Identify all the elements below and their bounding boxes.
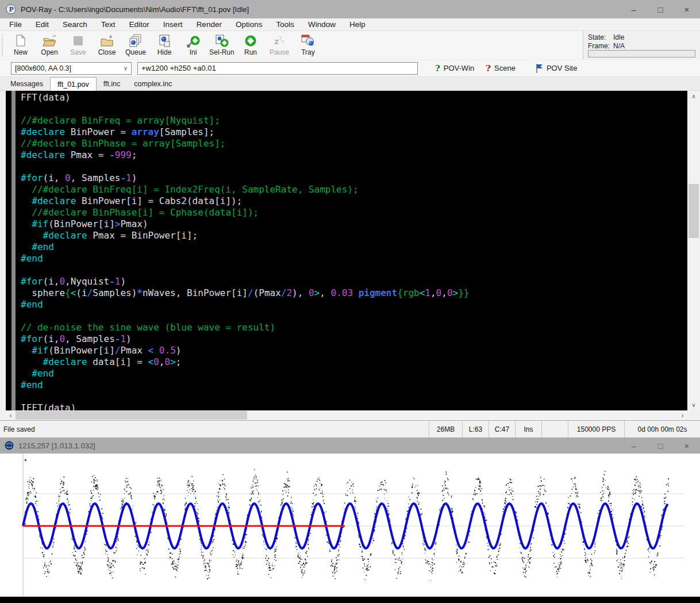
toolbar-grip bbox=[2, 34, 6, 56]
help-toolbar: ? POV-Win ? Scene POV Site bbox=[429, 63, 583, 74]
code-line bbox=[21, 103, 469, 115]
code-line: #declare data[i] = <0,0>; bbox=[21, 356, 469, 368]
code-line: //#declare BinPhase = array[Samples]; bbox=[21, 138, 469, 149]
toolbar-button-label: Save bbox=[70, 48, 86, 56]
menu-file[interactable]: File bbox=[2, 20, 29, 29]
toolbar-button-label: Sel-Run bbox=[209, 48, 234, 56]
code-line: //#declare BinFreq[i] = Index2Freq(i, Sa… bbox=[21, 184, 469, 195]
code-line: #end bbox=[21, 368, 469, 379]
menu-search[interactable]: Search bbox=[56, 20, 94, 29]
resolution-dropdown[interactable]: [800x600, AA 0.3] ∨ bbox=[11, 62, 132, 75]
code-line bbox=[21, 310, 469, 322]
code-line: #declare BinPower = array[Samples]; bbox=[21, 126, 469, 138]
statusbar-cell: 0d 00h 00m 02s bbox=[624, 421, 700, 437]
render-options-input[interactable] bbox=[137, 62, 418, 75]
code-line: #declare BinPower[i] = Cabs2(data[i]); bbox=[21, 195, 469, 207]
menu-edit[interactable]: Edit bbox=[29, 20, 56, 29]
close-button[interactable]: × bbox=[674, 0, 700, 18]
editor-vscrollbar[interactable]: ∧ ∨ bbox=[687, 91, 700, 410]
render-preview-image bbox=[0, 454, 700, 597]
menu-options[interactable]: Options bbox=[229, 20, 270, 29]
code-line: #for(i,0,Nyquist-1) bbox=[21, 276, 469, 287]
code-line: #end bbox=[21, 241, 469, 253]
menu-render[interactable]: Render bbox=[190, 20, 229, 29]
toolbar-ini-button[interactable]: Ini bbox=[179, 31, 207, 59]
scroll-up-arrow[interactable]: ∧ bbox=[687, 91, 700, 102]
vscroll-thumb[interactable] bbox=[689, 184, 699, 238]
toolbar-sel-run-button[interactable]: Sel-Run bbox=[207, 31, 236, 59]
toolbar-button-label: Hide bbox=[157, 48, 172, 56]
statusbar-cell: L:63 bbox=[462, 421, 489, 437]
maximize-button[interactable]: □ bbox=[647, 0, 674, 18]
tab-complex-inc[interactable]: complex.inc bbox=[127, 78, 179, 90]
code-line: FFT(data) bbox=[21, 92, 469, 103]
editor-hscrollbar[interactable]: ‹ › bbox=[6, 410, 687, 420]
povsite-button[interactable]: POV Site bbox=[529, 63, 583, 74]
question-icon: ? bbox=[486, 63, 491, 74]
code-line: #if(BinPower[i]/Pmax < 0.5) bbox=[21, 345, 469, 356]
sel-run-icon bbox=[214, 33, 229, 48]
open-folder-icon bbox=[42, 33, 57, 48]
maximize-button[interactable]: □ bbox=[647, 437, 674, 454]
toolbar-close-button[interactable]: Close bbox=[93, 31, 121, 59]
toolbar-hide-button[interactable]: Hide bbox=[150, 31, 179, 59]
statusbar-cell: 150000 PPS bbox=[568, 421, 624, 437]
render-state-panel: State: Idle Frame: N/A bbox=[583, 31, 700, 59]
minimize-button[interactable]: – bbox=[621, 0, 647, 18]
statusbar-cell: Ins bbox=[515, 421, 541, 437]
render-window: 1215,257 [1.013,1.032] – □ × bbox=[0, 437, 700, 603]
code-line: #for(i, 0, Samples-1) bbox=[21, 172, 469, 184]
statusbar-cell bbox=[541, 421, 568, 437]
code-line: #if(BinPower[i]>Pmax) bbox=[21, 218, 469, 230]
toolbar-new-button[interactable]: New bbox=[6, 31, 35, 59]
editor-tabbar: Messagesfft_01.povfft.inccomplex.inc bbox=[0, 77, 700, 91]
toolbar-button-label: Queue bbox=[125, 48, 146, 56]
toolbar-open-button[interactable]: Open bbox=[35, 31, 64, 59]
povray-app: P POV-Ray - C:\Users\ingo\Documents\Nim\… bbox=[0, 0, 700, 603]
scrollbar-corner bbox=[687, 410, 700, 420]
toolbar-button-label: Tray bbox=[301, 48, 315, 56]
menu-insert[interactable]: Insert bbox=[156, 20, 190, 29]
app-icon: P bbox=[6, 4, 16, 14]
toolbar-save-button: Save bbox=[64, 31, 93, 59]
minimize-button[interactable]: – bbox=[621, 437, 647, 454]
hide-icon bbox=[157, 33, 172, 48]
menu-text[interactable]: Text bbox=[94, 20, 122, 29]
tab-fft-inc[interactable]: fft.inc bbox=[97, 78, 128, 90]
toolbar-pause-button: z2zPause bbox=[265, 31, 294, 59]
povwin-help-button[interactable]: ? POV-Win bbox=[429, 63, 480, 74]
code-line: IFFT(data) bbox=[21, 402, 469, 410]
close-button[interactable]: × bbox=[674, 437, 700, 454]
code-line: #end bbox=[21, 379, 469, 391]
toolbar-queue-button[interactable]: Queue bbox=[121, 31, 150, 59]
toolbar-run-button[interactable]: Run bbox=[236, 31, 265, 59]
new-document-icon bbox=[13, 33, 28, 48]
render-window-title: 1215,257 [1.013,1.032] bbox=[18, 441, 621, 450]
menu-window[interactable]: Window bbox=[301, 20, 343, 29]
tray-icon bbox=[301, 33, 316, 48]
menu-help[interactable]: Help bbox=[343, 20, 372, 29]
scene-help-button[interactable]: ? Scene bbox=[480, 63, 521, 74]
code-editor[interactable]: FFT(data) //#declare BinFreq = array[Nyq… bbox=[6, 91, 687, 410]
statusbar-cell: 26MB bbox=[429, 421, 462, 437]
scroll-left-arrow[interactable]: ‹ bbox=[6, 410, 16, 420]
hscroll-thumb[interactable] bbox=[16, 411, 247, 420]
menu-tools[interactable]: Tools bbox=[269, 20, 301, 29]
render-window-icon bbox=[5, 441, 14, 450]
scroll-down-arrow[interactable]: ∨ bbox=[687, 400, 700, 410]
tab-messages[interactable]: Messages bbox=[3, 78, 50, 90]
tab-fft_01-pov[interactable]: fft_01.pov bbox=[50, 77, 97, 91]
resolution-dropdown-value: [800x600, AA 0.3] bbox=[15, 64, 71, 72]
menu-editor[interactable]: Editor bbox=[122, 20, 156, 29]
toolbar-button-label: Pause bbox=[270, 48, 289, 56]
main-toolbar: NewOpenSaveCloseQueueHideIniSel-RunRunz2… bbox=[0, 31, 700, 60]
render-client bbox=[0, 454, 700, 603]
command-toolbar: [800x600, AA 0.3] ∨ ? POV-Win ? Scene PO… bbox=[0, 60, 700, 77]
toolbar-button-label: Close bbox=[98, 48, 116, 56]
toolbar-tray-button[interactable]: Tray bbox=[294, 31, 322, 59]
main-titlebar: P POV-Ray - C:\Users\ingo\Documents\Nim\… bbox=[0, 0, 700, 18]
toolbar-button-label: Ini bbox=[190, 48, 197, 56]
code-line: //#declare BinPhase[i] = Cphase(data[i])… bbox=[21, 207, 469, 218]
ini-tools-icon bbox=[186, 33, 201, 48]
scroll-right-arrow[interactable]: › bbox=[678, 410, 687, 420]
